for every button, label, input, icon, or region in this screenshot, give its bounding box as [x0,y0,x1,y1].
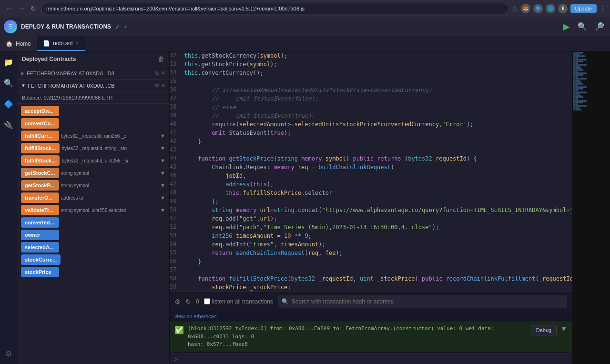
code-line-46: 46 jobId, [170,172,572,180]
fn-5-param: string symbol [61,171,158,176]
fn-8-chevron-button[interactable]: ▼ [160,207,165,213]
line-code-32: this.getStockCurrency(symbol); [182,51,572,60]
fn-row-6: getStockP... string symbol ▼ [21,180,165,191]
fn-fulfillstock2-button[interactable]: fulfillStock... [21,155,60,166]
fn-convertcu-button[interactable]: convertCu... [21,118,59,129]
url-text: remix.ethereum.org/#optimize=false&runs=… [46,6,305,11]
fn-row-0: acceptOw... [21,106,165,116]
toolbar: Ξ DEPLOY & RUN TRANSACTIONS ✓ › ▶ 🔍 🔎 [0,17,610,36]
nav-buttons[interactable]: ← → ↻ [4,4,38,13]
refresh-button[interactable]: ↻ [29,4,38,13]
bookmark-button[interactable]: ☆ [512,5,518,12]
fn-acceptow-button[interactable]: acceptOw... [21,106,59,116]
fn-6-chevron-button[interactable]: ▼ [160,182,165,188]
fn-fulfillstock1-button[interactable]: fulfillStock... [21,143,60,153]
fn-7-chevron-button[interactable]: ▼ [160,195,165,201]
code-line-33: 33 this.getStockPrice(symbol); [170,60,572,69]
tx-settings-button[interactable]: ⚙ [174,298,181,305]
fn-row-7: transferO... address to ▼ [21,192,165,203]
contract-2-close-button[interactable]: ✕ [161,82,165,89]
fn-3-chevron-button[interactable]: ▼ [160,145,165,151]
code-line-39: 39 // emit StatusEvent(true); [170,111,572,120]
contract-item-1: ▶ FETCHFROMARRAY AT 0XADA...D8 ⧉ ✕ [17,67,169,80]
plugins-button[interactable]: 🔌 [2,118,15,131]
forward-button[interactable]: → [16,4,27,13]
tx-listen-checkbox[interactable] [204,298,210,304]
code-line-56: 56 } [170,257,572,266]
tx-search-input[interactable] [292,298,563,305]
log-hash-text: hash: 0x57f...fbee8 [188,341,248,347]
back-button[interactable]: ← [4,4,14,13]
debug-button[interactable]: Debug [531,325,557,335]
contract-1-close-button[interactable]: ✕ [161,70,165,76]
balance-row: Balance: 0.312972981999999988 ETH [17,92,169,104]
line-num-53: 53 [170,232,182,240]
line-code-37: // emit StatusEvent(false); [182,94,572,103]
fn-4-chevron-button[interactable]: ▼ [160,158,165,163]
trash-button[interactable]: 🗑 [158,55,164,63]
fn-transfero-button[interactable]: transferO... [21,192,59,203]
contract-list: ▶ FETCHFROMARRAY AT 0XADA...D8 ⧉ ✕ ▼ FET… [17,67,169,364]
tab-home[interactable]: 🏠 Home [0,36,37,51]
code-scroll[interactable]: 32 this.getStockCurrency(symbol); 33 thi… [170,51,572,292]
fn-fulfillcurr-button[interactable]: fulfillCurr... [21,131,59,141]
fn-4-param: bytes32 _requestId, uint256 _si [61,158,158,163]
tx-listen-label[interactable]: listen on all transactions [204,298,273,305]
line-num-52: 52 [170,223,182,232]
log-etherscan-row: view on etherscan [170,311,572,322]
search-sidebar-button[interactable]: 🔍 [2,76,15,90]
code-line-42: 42 } [170,137,572,146]
ext-icon-2: 🔷 [533,4,543,13]
browser-actions: ☆ 🦊 🔷 🌐 ⬇ Update ⋮ [512,4,606,13]
icon-sidebar: 📁 🔍 🔷 🔌 ⚙ [0,51,17,364]
fn-5-chevron-button[interactable]: ▼ [160,170,165,176]
contract-item-1-header[interactable]: ▶ FETCHFROMARRAY AT 0XADA...D8 ⧉ ✕ [17,67,169,79]
line-num-41: 41 [170,129,182,137]
toolbar-chevron-icon: › [124,23,126,30]
menu-button[interactable]: ⋮ [600,5,606,12]
line-code-39: // emit StatusEvent(true); [182,111,572,120]
log-area: view on etherscan ✅ [block:8312592 txInd… [170,311,572,354]
code-line-51: 51 req.add("get",url); [170,214,572,223]
fn-2-chevron-button[interactable]: ▼ [160,133,165,139]
fn-selecteda-button[interactable]: selectedA... [21,242,59,253]
deploy-button[interactable]: 🔷 [2,97,15,111]
tab-nobi-sol[interactable]: 📄 nobi.sol ✕ [37,36,85,51]
code-line-55: 55 return sendChainlinkRequest(req, fee)… [170,249,572,257]
line-code-47: address(this), [182,180,572,189]
fn-stockprice-button[interactable]: stockPrice [21,267,59,277]
line-code-54: req.addInt("times", timesAmount); [182,240,572,249]
fn-row-4: fulfillStock... bytes32 _requestId, uint… [21,155,165,166]
function-list: acceptOw... convertCu... fulfillCurr... … [17,104,169,279]
log-expand-button[interactable]: ▼ [560,325,567,333]
file-explorer-button[interactable]: 📁 [2,55,15,69]
settings-gear-button[interactable]: ⚙ [2,347,15,360]
tab-nobi-label: nobi.sol [53,40,72,47]
contract-item-2-header[interactable]: ▼ FETCHFROMARRAY AT 0XD00...CB ⧉ ✕ [17,80,169,91]
contract-2-chevron-icon: ▼ [21,83,26,88]
fn-owner-button[interactable]: owner [21,230,59,240]
fn-getstockc-button[interactable]: getStockC... [21,168,59,178]
run-button[interactable]: ▶ [561,20,572,33]
search-button[interactable]: 🔍 [576,21,589,32]
address-bar[interactable]: remix.ethereum.org/#optimize=false&runs=… [41,3,509,14]
fn-stockcurre-button[interactable]: stockCurre... [21,254,61,265]
tx-reload-button[interactable]: ↻ [185,298,191,305]
contract-2-copy-button[interactable]: ⧉ [155,82,159,89]
app-logo: Ξ [4,20,17,33]
etherscan-link[interactable]: view on etherscan [174,313,217,319]
tx-listen-text: listen on all transactions [212,298,273,305]
contract-1-copy-button[interactable]: ⧉ [155,70,159,76]
line-num-37: 37 [170,94,182,103]
line-num-44: 44 [170,154,182,163]
fn-row-1: convertCu... [21,118,165,129]
app: Ξ DEPLOY & RUN TRANSACTIONS ✓ › ▶ 🔍 🔎 🏠 … [0,17,610,364]
fn-getstockp-button[interactable]: getStockP... [21,180,59,191]
line-code-43 [182,146,572,154]
zoom-in-button[interactable]: 🔎 [593,21,606,32]
code-line-37: 37 // emit StatusEvent(false); [170,94,572,103]
tab-close-icon[interactable]: ✕ [75,40,79,46]
fn-converted-button[interactable]: converted... [21,217,59,228]
update-button[interactable]: Update [570,4,597,13]
fn-validatetr-button[interactable]: validateTr... [21,205,59,215]
